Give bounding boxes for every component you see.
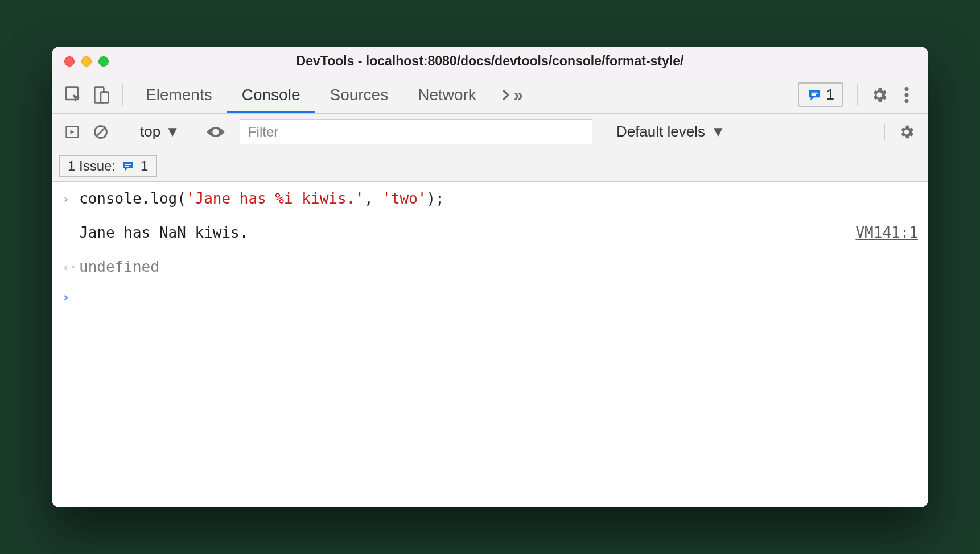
svg-rect-3 [811,92,817,93]
console-toolbar: top ▼ Default levels ▼ [52,114,928,150]
context-select[interactable]: top ▼ [133,123,187,140]
code-token: console.log( [79,190,186,207]
issues-count: 1 [826,86,834,104]
tabstrip: Elements Console Sources Network » 1 [52,76,928,114]
more-tabs-icon[interactable]: » [497,81,524,109]
svg-rect-13 [125,166,129,167]
maximize-window-button[interactable] [98,56,109,67]
svg-rect-12 [125,164,131,165]
kebab-menu-icon[interactable] [893,81,920,109]
prompt-chevron-icon: › [62,290,79,304]
log-levels-select[interactable]: Default levels ▼ [616,123,726,140]
svg-rect-2 [101,92,108,102]
console-settings-gear-icon[interactable] [893,118,920,146]
tab-sources[interactable]: Sources [315,76,403,113]
console-return-text: undefined [79,256,918,278]
console-prompt-row[interactable]: › [52,284,928,310]
divider [884,123,885,141]
context-label: top [140,123,160,140]
tab-console[interactable]: Console [227,76,315,113]
issue-chip-count: 1 [141,158,148,174]
close-window-button[interactable] [64,56,75,67]
titlebar: DevTools - localhost:8080/docs/devtools/… [52,47,928,76]
dropdown-icon: ▼ [165,123,180,140]
divider [857,84,858,106]
code-token: ); [427,190,444,207]
divider [125,123,125,141]
tab-network[interactable]: Network [403,76,491,113]
message-icon [121,159,135,173]
console-input-code: console.log('Jane has %i kiwis.', 'two')… [79,188,918,210]
input-chevron-icon: › [62,188,79,208]
code-string: 'two' [382,190,426,207]
divider [195,123,195,141]
console-input-row: › console.log('Jane has %i kiwis.', 'two… [52,182,928,216]
code-string: 'Jane has %i kiwis.' [186,190,364,207]
source-link[interactable]: VM141:1 [855,222,918,244]
clear-console-icon[interactable] [88,119,113,144]
console-return-row: ‹· undefined [52,250,928,284]
inspect-element-icon[interactable] [60,81,87,109]
minimize-window-button[interactable] [81,56,92,67]
issue-chip[interactable]: 1 Issue: 1 [59,155,157,177]
device-toggle-icon[interactable] [87,81,114,109]
divider [122,84,123,106]
devtools-window: DevTools - localhost:8080/docs/devtools/… [52,47,928,507]
issues-badge[interactable]: 1 [798,82,843,107]
levels-label: Default levels [616,123,705,140]
issue-row: 1 Issue: 1 [52,150,928,182]
filter-input[interactable] [240,119,592,144]
svg-point-6 [905,93,909,97]
message-icon [807,88,822,102]
traffic-lights [64,56,109,67]
return-chevron-icon: ‹· [62,256,79,276]
window-title: DevTools - localhost:8080/docs/devtools/… [52,53,928,69]
toggle-sidebar-icon[interactable] [60,119,85,144]
live-expression-icon[interactable] [203,119,228,144]
console-output-text: Jane has NaN kiwis. [79,222,844,244]
issue-chip-label: 1 Issue: [68,158,116,174]
output-gutter [62,222,79,224]
settings-gear-icon[interactable] [866,81,893,109]
svg-point-7 [905,99,909,103]
console-output-row: Jane has NaN kiwis. VM141:1 [52,216,928,250]
svg-rect-4 [811,94,816,95]
svg-line-10 [97,128,105,136]
code-token: , [364,190,382,207]
tab-elements[interactable]: Elements [131,76,227,113]
dropdown-icon: ▼ [711,123,726,140]
svg-point-5 [905,87,909,91]
console-body[interactable]: › console.log('Jane has %i kiwis.', 'two… [52,182,928,507]
